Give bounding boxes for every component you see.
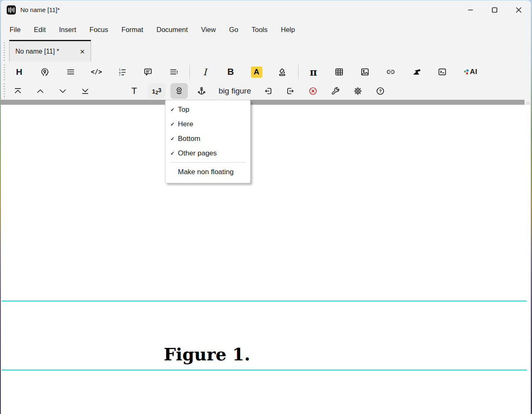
highlight-button[interactable]: A xyxy=(248,64,265,80)
menu-bar: File Edit Insert Focus Format Document V… xyxy=(1,19,531,40)
link-icon xyxy=(385,67,396,77)
anchor-icon xyxy=(197,86,207,96)
bold-button[interactable]: B xyxy=(222,64,239,80)
numbering-icon: 1 2 3 xyxy=(152,86,162,96)
exit-right-button[interactable] xyxy=(282,83,299,99)
ordered-list-button[interactable]: 1 a i xyxy=(114,64,131,80)
document-canvas[interactable]: Figure 1. xyxy=(1,105,531,414)
app-logo-icon xyxy=(7,5,16,15)
toolbar-drag-handle[interactable] xyxy=(4,42,5,61)
menu-item-here[interactable]: ✓ Here xyxy=(165,117,250,131)
heading-button[interactable]: H xyxy=(11,64,27,80)
lines-colon-icon xyxy=(169,67,179,77)
menu-edit[interactable]: Edit xyxy=(34,26,46,34)
move-top-icon xyxy=(13,86,23,96)
menu-item-bottom[interactable]: ✓ Bottom xyxy=(165,131,250,146)
move-down-button[interactable] xyxy=(54,83,71,99)
close-icon xyxy=(514,5,524,15)
anchor-button[interactable] xyxy=(193,83,210,99)
move-to-bottom-button[interactable] xyxy=(76,83,94,99)
toolbar-separator xyxy=(190,65,190,79)
fold-icon xyxy=(411,67,422,77)
ink-color-button[interactable] xyxy=(274,64,291,80)
menu-item-label: Bottom xyxy=(178,135,200,143)
tab-bar: No name [11] * × xyxy=(1,40,531,62)
app-window: No name [11]* File Edit Insert Focus For… xyxy=(1,0,531,414)
checkmark-icon: ✓ xyxy=(170,136,178,142)
numbering-button[interactable]: 1 2 3 xyxy=(148,83,165,99)
minimize-button[interactable] xyxy=(458,0,483,19)
menu-item-top[interactable]: ✓ Top xyxy=(165,102,250,117)
close-button[interactable] xyxy=(507,0,531,19)
delete-circle-icon xyxy=(308,86,318,96)
title-bar: No name [11]* xyxy=(1,0,531,19)
svg-text:?: ? xyxy=(379,89,382,94)
menu-separator xyxy=(170,162,246,163)
list-detail-button[interactable] xyxy=(165,64,182,80)
table-icon xyxy=(334,67,344,77)
image-button[interactable] xyxy=(357,64,373,80)
window-title: No name [11]* xyxy=(20,6,60,13)
chevron-down-icon xyxy=(58,86,68,96)
menu-insert[interactable]: Insert xyxy=(59,26,76,34)
image-icon xyxy=(360,67,370,77)
delete-focus-button[interactable] xyxy=(304,83,322,99)
menu-item-label: Other pages xyxy=(178,149,217,158)
text-mode-button[interactable]: T xyxy=(126,83,143,99)
comment-button[interactable] xyxy=(140,64,156,80)
paragraph-lines-icon xyxy=(66,67,76,77)
exit-left-button[interactable] xyxy=(259,83,277,99)
float-position-menu: ✓ Top ✓ Here ✓ Bottom ✓ Other pages Make… xyxy=(165,100,251,183)
text-icon: T xyxy=(131,86,137,96)
menu-document[interactable]: Document xyxy=(157,26,188,34)
highlight-icon: A xyxy=(251,67,262,78)
ordered-list-icon: 1 a i xyxy=(117,67,127,77)
tab-close-icon[interactable]: × xyxy=(80,47,85,56)
menu-tools[interactable]: Tools xyxy=(251,26,268,34)
code-icon: </> xyxy=(91,68,102,76)
menu-item-label: Here xyxy=(178,120,193,128)
fold-button[interactable] xyxy=(408,64,425,80)
link-button[interactable] xyxy=(382,64,399,80)
window-controls xyxy=(458,0,531,19)
tab-label: No name [11] * xyxy=(15,48,80,55)
maximize-icon xyxy=(490,5,500,15)
focus-tag-label[interactable]: big figure xyxy=(219,86,251,96)
float-position-button[interactable] xyxy=(170,83,188,99)
menu-item-label: Top xyxy=(178,106,189,114)
maximize-button[interactable] xyxy=(483,0,507,19)
ai-assistant-button[interactable]: AI xyxy=(460,64,481,80)
move-up-button[interactable] xyxy=(32,83,49,99)
document-tab[interactable]: No name [11] * × xyxy=(9,40,91,62)
figure-caption-text[interactable]: Figure 1. xyxy=(164,345,250,365)
menu-item-other-pages[interactable]: ✓ Other pages xyxy=(165,146,250,160)
paragraph-button[interactable] xyxy=(62,64,79,80)
wrench-icon xyxy=(330,86,340,96)
ink-bucket-icon xyxy=(277,67,287,77)
main-toolbar: H </> 1 a i xyxy=(1,62,531,82)
table-button[interactable] xyxy=(331,64,347,80)
bold-icon: B xyxy=(227,67,234,77)
settings-button[interactable] xyxy=(349,83,367,99)
move-to-top-button[interactable] xyxy=(9,83,27,99)
help-circle-icon: ? xyxy=(375,86,385,96)
smart-suggest-button[interactable] xyxy=(37,64,53,80)
menu-go[interactable]: Go xyxy=(229,26,238,34)
source-code-button[interactable]: </> xyxy=(88,64,105,80)
menu-help[interactable]: Help xyxy=(281,26,295,34)
menu-view[interactable]: View xyxy=(201,26,216,34)
menu-focus[interactable]: Focus xyxy=(89,26,108,34)
menu-file[interactable]: File xyxy=(10,26,21,34)
help-button[interactable]: ? xyxy=(372,83,389,99)
terminal-icon xyxy=(437,67,447,77)
arrow-out-of-box-right-icon xyxy=(286,86,296,96)
menu-item-make-non-floating[interactable]: Make non floating xyxy=(165,164,250,180)
arrow-into-box-left-icon xyxy=(263,86,273,96)
toolbar-document-divider xyxy=(1,100,525,105)
properties-button[interactable] xyxy=(327,83,344,99)
math-button[interactable]: π xyxy=(305,64,322,80)
menu-item-label: Make non floating xyxy=(178,168,234,176)
menu-format[interactable]: Format xyxy=(121,26,143,34)
italic-button[interactable]: I xyxy=(197,64,213,80)
terminal-button[interactable] xyxy=(434,64,451,80)
